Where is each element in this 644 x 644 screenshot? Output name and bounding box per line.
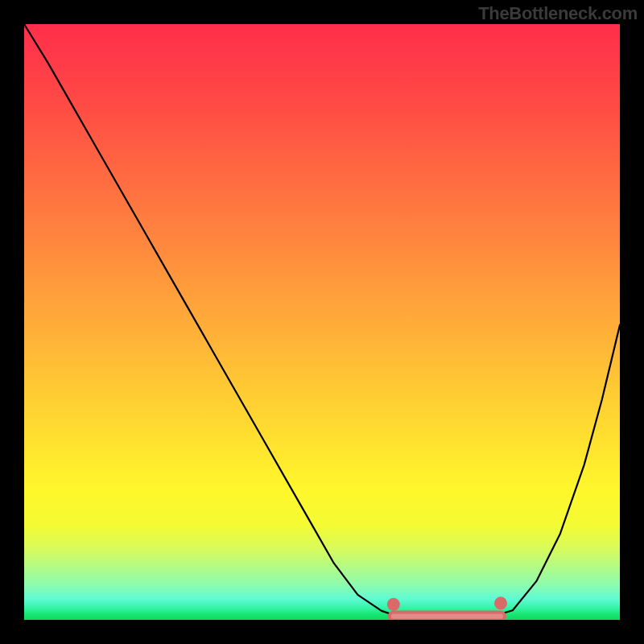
flat-minimum-right-dot (494, 597, 507, 609)
plot-area (24, 24, 620, 620)
curve-svg (24, 24, 620, 620)
chart-container: TheBottleneck.com (0, 0, 644, 644)
flat-minimum-left-dot (387, 598, 400, 611)
watermark-text: TheBottleneck.com (478, 3, 638, 24)
bottleneck-curve (24, 24, 620, 618)
